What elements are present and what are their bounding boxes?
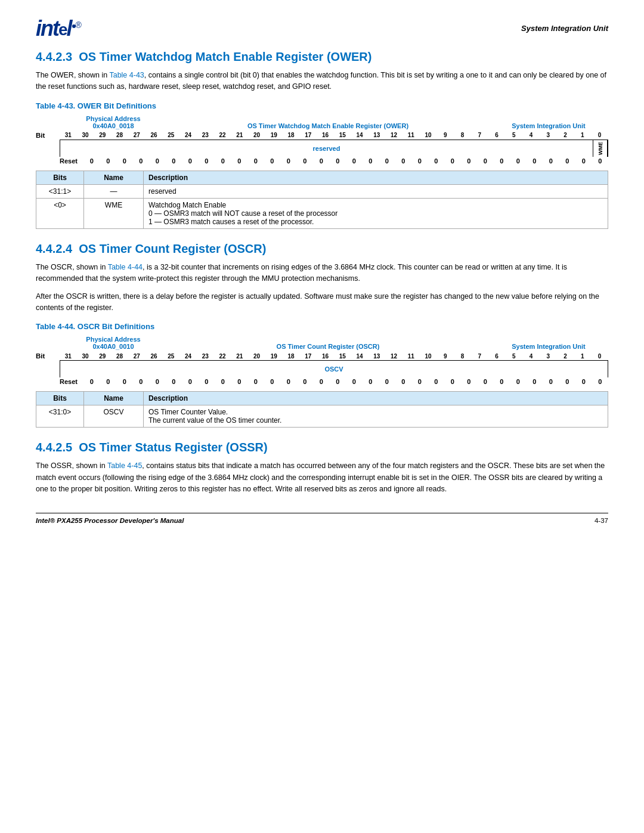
reg-name-label: OS Timer Watchdog Match Enable Register … — [167, 122, 489, 129]
sys-unit-label-2: System Integration Unit — [489, 343, 608, 350]
phys-addr-label-2: Physical Address — [60, 336, 167, 343]
intel-logo: intel® — [36, 18, 80, 39]
reg-grid-4424: OSCV Reset 00000000000000000000000000000… — [60, 360, 608, 385]
bits-cell: <0> — [36, 198, 84, 228]
table-row: <31:1> — reserved — [36, 184, 608, 198]
reg-wme-cell: WME — [593, 140, 608, 157]
def-table-4424: Bits Name Description <31:0> OSCV OS Tim… — [36, 391, 608, 428]
bit-numbers: 31 30 29 28 27 26 25 24 23 22 21 20 19 1… — [60, 132, 608, 138]
table-44-link[interactable]: Table 4-44 — [108, 263, 143, 271]
col-desc-header-2: Description — [144, 392, 608, 405]
table-45-link[interactable]: Table 4-45 — [107, 462, 142, 470]
name-cell-2: OSCV — [84, 405, 144, 428]
col-name-header-2: Name — [84, 392, 144, 405]
section-4423-body: The OWER, shown in Table 4-43, contains … — [36, 70, 608, 93]
reg-4424-header: Physical Address 0x40A0_0010 OS Timer Co… — [60, 336, 608, 350]
name-cell: WME — [84, 198, 144, 228]
section-4424-title: 4.4.2.4 OS Timer Count Register (OSCR) — [36, 242, 608, 256]
reset-row-4424: Reset 00000000000000000000000000000000 — [60, 378, 608, 385]
section-4425-number: 4.4.2.5 — [36, 441, 72, 454]
reg-row-1: reserved WME — [60, 140, 608, 157]
phys-addr-val-2: 0x40A0_0010 — [60, 343, 167, 350]
footer-right: 4-37 — [595, 517, 608, 524]
section-4424: 4.4.2.4 OS Timer Count Register (OSCR) T… — [36, 242, 608, 428]
sys-unit-label: System Integration Unit — [489, 122, 608, 129]
section-4425: 4.4.2.5 OS Timer Status Register (OSSR) … — [36, 441, 608, 495]
reg-sys-unit-header-2: System Integration Unit — [489, 343, 608, 350]
bit-label: Bit — [36, 132, 60, 139]
section-4424-body2: After the OSCR is written, there is a de… — [36, 291, 608, 314]
footer-left: Intel® PXA255 Processor Developer's Manu… — [36, 517, 184, 524]
table-4-44-title: Table 4-44. OSCR Bit Definitions — [36, 322, 608, 331]
section-4423: 4.4.2.3 OS Timer Watchdog Match Enable R… — [36, 50, 608, 229]
reg-phys-addr-header-2: Physical Address 0x40A0_0010 — [60, 336, 167, 350]
header-right: System Integration Unit — [521, 18, 608, 33]
reset-row-4423: Reset 00000000000000000000000000000000 — [60, 157, 608, 165]
section-4425-title: 4.4.2.5 OS Timer Status Register (OSSR) — [36, 441, 608, 454]
col-desc-header: Description — [144, 171, 608, 184]
bit-numbers-row-4423: Bit 31 30 29 28 27 26 25 24 23 22 21 20 … — [36, 132, 608, 139]
section-4423-number: 4.4.2.3 — [36, 50, 72, 63]
desc-cell: reserved — [144, 184, 608, 198]
bits-cell: <31:1> — [36, 184, 84, 198]
reg-grid-4423: reserved WME Reset 000000000000000000000… — [60, 140, 608, 165]
reg-4423-header: Physical Address 0x40A0_0018 OS Timer Wa… — [60, 115, 608, 129]
reg-row-oscv: OSCV — [60, 360, 608, 377]
section-4424-number: 4.4.2.4 — [36, 242, 72, 255]
table-row: <31:0> OSCV OS Timer Counter Value. The … — [36, 405, 608, 428]
bit-numbers-2: 3130292827262524232221201918171615141312… — [60, 353, 608, 360]
reset-cells-2: 00000000000000000000000000000000 — [83, 378, 608, 385]
reg-name-label-2: OS Timer Count Register (OSCR) — [167, 343, 489, 350]
phys-addr-label: Physical Address — [60, 115, 167, 122]
section-4424-body1: The OSCR, shown in Table 4-44, is a 32-b… — [36, 262, 608, 285]
phys-addr-val: 0x40A0_0018 — [60, 122, 167, 129]
bits-cell-2: <31:0> — [36, 405, 84, 428]
section-4423-heading: OS Timer Watchdog Match Enable Register … — [79, 50, 371, 63]
reg-name-header-2: OS Timer Count Register (OSCR) — [167, 343, 489, 350]
section-4424-heading: OS Timer Count Register (OSCR) — [79, 242, 266, 255]
reset-cells: 00000000000000000000000000000000 — [83, 157, 608, 165]
reset-label-2: Reset — [60, 378, 83, 385]
table-43-link[interactable]: Table 4-43 — [109, 71, 144, 79]
desc-cell-2: OS Timer Counter Value. The current valu… — [144, 405, 608, 428]
section-4425-heading: OS Timer Status Register (OSSR) — [79, 441, 267, 454]
reg-reserved-cell: reserved — [60, 140, 593, 157]
bit-numbers-row-4424: Bit 313029282726252423222120191817161514… — [36, 352, 608, 360]
col-name-header: Name — [84, 171, 144, 184]
table-row: <0> WME Watchdog Match Enable 0 — OSMR3 … — [36, 198, 608, 228]
reset-label: Reset — [60, 157, 83, 165]
col-bits-header: Bits — [36, 171, 84, 184]
page-header: intel® System Integration Unit — [36, 18, 608, 39]
logo-text: intel — [36, 16, 72, 41]
header-system-unit: System Integration Unit — [521, 24, 608, 33]
oscv-reg-cell: OSCV — [60, 361, 608, 377]
name-cell: — — [84, 184, 144, 198]
page-footer: Intel® PXA255 Processor Developer's Manu… — [36, 513, 608, 524]
section-4423-title: 4.4.2.3 OS Timer Watchdog Match Enable R… — [36, 50, 608, 64]
section-4425-body1: The OSSR, shown in Table 4-45, contains … — [36, 460, 608, 495]
reg-name-header: OS Timer Watchdog Match Enable Register … — [167, 122, 489, 129]
table-4-43-title: Table 4-43. OWER Bit Definitions — [36, 101, 608, 110]
desc-cell: Watchdog Match Enable 0 — OSMR3 match wi… — [144, 198, 608, 228]
bit-label-2: Bit — [36, 352, 60, 360]
reg-phys-addr-header: Physical Address 0x40A0_0018 — [60, 115, 167, 129]
col-bits-header-2: Bits — [36, 392, 84, 405]
reg-sys-unit-header: System Integration Unit — [489, 122, 608, 129]
def-table-4423: Bits Name Description <31:1> — reserved … — [36, 171, 608, 229]
